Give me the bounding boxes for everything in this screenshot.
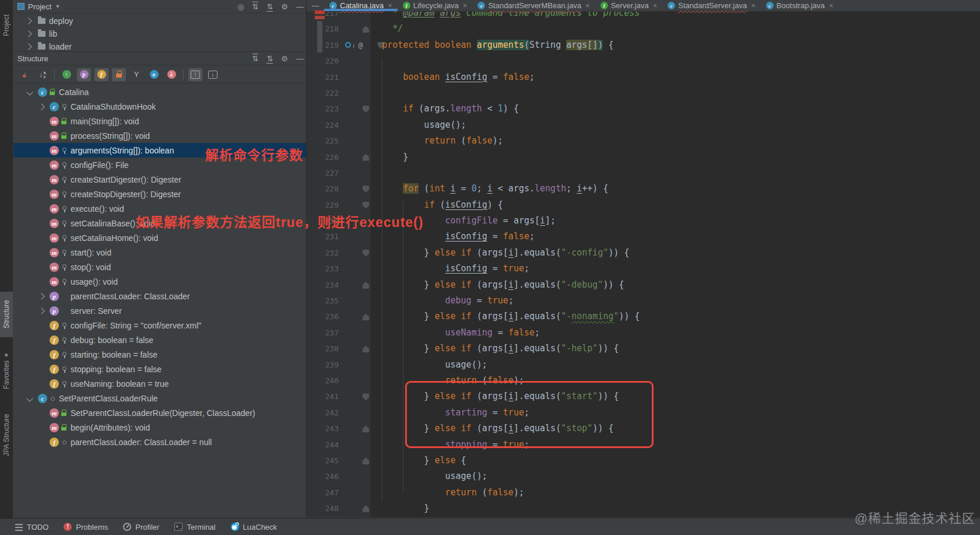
- structure-item[interactable]: fstarting: boolean = false: [13, 347, 306, 362]
- structure-item[interactable]: fstopping: boolean = false: [13, 362, 306, 376]
- code-line[interactable]: 234 } else if (args[i].equals("-debug"))…: [307, 277, 980, 293]
- hide-panel-icon[interactable]: —: [296, 55, 304, 62]
- show-non-public-icon[interactable]: [112, 68, 126, 81]
- code-line[interactable]: 233 isConfig = true;: [307, 261, 980, 277]
- stripe-tab-favorites[interactable]: Favorites★: [0, 345, 13, 396]
- locate-file-icon[interactable]: ◎: [237, 3, 244, 11]
- error-stripe[interactable]: [315, 8, 325, 55]
- code-text[interactable]: if (args.length < 1) {: [361, 101, 519, 117]
- code-line[interactable]: 246 usage();: [307, 468, 980, 484]
- close-icon[interactable]: ×: [829, 1, 834, 10]
- sort-by-visibility-icon[interactable]: ↓: [18, 68, 32, 81]
- sort-alphabetically-icon[interactable]: ↓az: [36, 68, 50, 81]
- group-methods-icon[interactable]: Y: [129, 68, 143, 81]
- code-text[interactable]: */: [361, 21, 403, 37]
- code-line[interactable]: 231 isConfig = false;: [307, 229, 980, 244]
- structure-item[interactable]: fconfigFile: String = "conf/server.xml": [13, 318, 306, 333]
- editor-tab[interactable]: cStandardServerMBean.java×: [472, 0, 595, 11]
- code-editor[interactable]: 217 * @param args command line arguments…: [307, 0, 980, 517]
- bottom-bar-profiler[interactable]: Profiler: [123, 523, 159, 531]
- close-icon[interactable]: ×: [388, 1, 392, 10]
- structure-item[interactable]: mstart(): void: [13, 245, 306, 260]
- autoscroll-to-source-icon[interactable]: ↑: [188, 68, 202, 81]
- project-tree-item-deploy[interactable]: deploy: [13, 14, 306, 27]
- stripe-tab-project[interactable]: Project: [0, 2, 13, 48]
- editor-tab[interactable]: ILifecycle.java×: [398, 0, 473, 11]
- expand-all-icon[interactable]: ⇅: [252, 55, 259, 62]
- chevron-right-icon[interactable]: [25, 43, 31, 50]
- code-text[interactable]: } else if (args[i].equals("-nonaming")) …: [361, 309, 640, 324]
- code-line[interactable]: 221 boolean isConfig = false;: [307, 69, 980, 85]
- editor-tab[interactable]: cCatalina.java×: [324, 0, 398, 11]
- editor-tab[interactable]: IServer.java×: [595, 0, 663, 11]
- code-text[interactable]: isConfig = true;: [361, 261, 529, 277]
- structure-item[interactable]: fparentClassLoader: ClassLoader = null: [13, 435, 306, 449]
- chevron-right-icon[interactable]: [38, 103, 44, 110]
- structure-item[interactable]: mbegin(Attributes): void: [13, 420, 306, 435]
- autoscroll-from-source-icon[interactable]: ↓: [206, 68, 220, 81]
- structure-item[interactable]: pparentClassLoader: ClassLoader: [13, 289, 306, 303]
- chevron-down-icon[interactable]: [26, 395, 33, 401]
- gear-icon[interactable]: ⚙: [281, 55, 288, 62]
- code-text[interactable]: protected boolean arguments(String args[…: [361, 37, 614, 53]
- code-text[interactable]: usage();: [361, 468, 487, 484]
- structure-item[interactable]: musage(): void: [13, 274, 306, 289]
- editor-tab[interactable]: cBootstrap.java×: [761, 0, 839, 11]
- structure-item[interactable]: fuseNaming: boolean = true: [13, 376, 306, 391]
- code-text[interactable]: } else {: [361, 453, 466, 468]
- collapse-all-icon[interactable]: ⇅: [266, 3, 273, 11]
- collapse-all-icon[interactable]: ⇅: [266, 55, 273, 62]
- code-line[interactable]: 228 for (int i = 0; i < args.length; i++…: [307, 181, 980, 197]
- hide-panel-icon[interactable]: —: [296, 3, 304, 11]
- code-text[interactable]: usage();: [361, 357, 487, 373]
- code-text[interactable]: } else if (args[i].equals("-debug")) {: [361, 277, 624, 293]
- structure-item[interactable]: pserver: Server: [13, 303, 306, 318]
- close-icon[interactable]: ×: [463, 1, 468, 10]
- code-text[interactable]: return (false);: [361, 485, 524, 501]
- code-line[interactable]: 222: [307, 85, 980, 101]
- code-line[interactable]: 224 usage();: [307, 117, 980, 133]
- show-properties-icon[interactable]: p: [77, 68, 91, 81]
- stripe-tab-jpa-structure[interactable]: JPA Structure: [0, 404, 13, 467]
- show-lambdas-icon[interactable]: λ: [164, 68, 178, 81]
- code-text[interactable]: }: [361, 149, 408, 165]
- chevron-right-icon[interactable]: [38, 307, 44, 314]
- stripe-tab-structure[interactable]: Structure: [0, 292, 13, 337]
- code-line[interactable]: 238 } else if (args[i].equals("-help")) …: [307, 341, 980, 356]
- close-icon[interactable]: ×: [585, 1, 590, 10]
- show-inherited-icon[interactable]: ↑: [59, 68, 73, 81]
- code-line[interactable]: 227: [307, 165, 980, 181]
- code-text[interactable]: usage();: [361, 117, 466, 133]
- project-tree-item-lib[interactable]: lib: [13, 27, 306, 40]
- show-fields-icon[interactable]: f: [94, 68, 108, 81]
- show-interfaces-icon[interactable]: o: [147, 68, 161, 81]
- bottom-bar-luacheck[interactable]: LuaCheck: [231, 523, 278, 531]
- code-text[interactable]: }: [361, 501, 429, 516]
- code-line[interactable]: 219↓@ protected boolean arguments(String…: [307, 37, 980, 53]
- code-line[interactable]: 225 return (false);: [307, 133, 980, 149]
- overrides-method-icon[interactable]: [345, 42, 351, 48]
- chevron-right-icon[interactable]: [38, 293, 44, 299]
- code-text[interactable]: } else if (args[i].equals("-config")) {: [361, 245, 630, 261]
- code-text[interactable]: if (isConfig) {: [361, 197, 503, 213]
- code-text[interactable]: boolean isConfig = false;: [361, 69, 535, 85]
- structure-item[interactable]: mcreateStopDigester(): Digester: [13, 187, 306, 201]
- code-text[interactable]: useNaming = false;: [361, 325, 540, 341]
- structure-item[interactable]: cCatalina: [13, 85, 306, 99]
- project-panel-header[interactable]: Project ▼ ◎ ⇅ ⇅ ⚙ —: [13, 0, 306, 13]
- code-line[interactable]: 229 if (isConfig) {: [307, 197, 980, 213]
- chevron-right-icon[interactable]: [25, 18, 31, 24]
- code-line[interactable]: 247 return (false);: [307, 485, 980, 501]
- code-line[interactable]: 232 } else if (args[i].equals("-config")…: [307, 245, 980, 261]
- structure-item[interactable]: fdebug: boolean = false: [13, 333, 306, 347]
- gear-icon[interactable]: ⚙: [281, 3, 288, 11]
- code-text[interactable]: for (int i = 0; i < args.length; i++) {: [361, 181, 608, 197]
- code-line[interactable]: 226 }: [307, 149, 980, 165]
- structure-item[interactable]: mSetParentClassLoaderRule(Digester, Clas…: [13, 405, 306, 420]
- structure-item[interactable]: cSetParentClassLoaderRule: [13, 391, 306, 405]
- code-line[interactable]: 218 */: [307, 21, 980, 37]
- structure-item[interactable]: mcreateStartDigester(): Digester: [13, 172, 306, 187]
- code-text[interactable]: debug = true;: [361, 293, 514, 309]
- code-line[interactable]: 236 } else if (args[i].equals("-nonaming…: [307, 309, 980, 324]
- code-text[interactable]: } else if (args[i].equals("-help")) {: [361, 341, 619, 356]
